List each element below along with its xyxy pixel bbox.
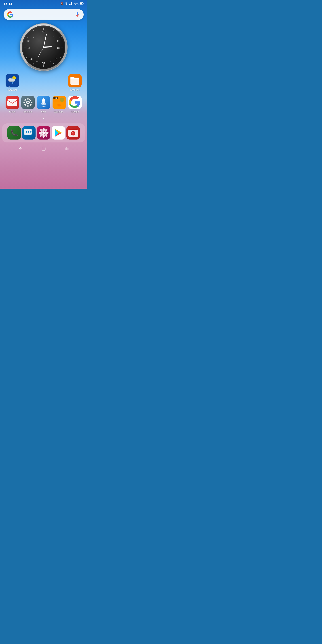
screen-record-dock-icon[interactable] bbox=[66, 126, 80, 140]
app-drawer-handle[interactable]: ∧ bbox=[0, 115, 87, 124]
app-rocket[interactable]: 59% 59% bbox=[36, 96, 52, 113]
battery-percent: 71% bbox=[74, 2, 78, 5]
weather-app-label: Weather bbox=[4, 88, 20, 91]
svg-line-16 bbox=[26, 57, 28, 58]
wifi-icon bbox=[64, 2, 68, 5]
svg-text:XII: XII bbox=[42, 30, 46, 33]
svg-text:XI: XI bbox=[27, 40, 30, 42]
analog-clock-widget[interactable]: XII III VI IX I V VII X II V VII XI bbox=[19, 22, 68, 72]
app-settings[interactable]: Settings bbox=[20, 96, 36, 113]
svg-text:V: V bbox=[50, 60, 51, 63]
weather-app-icon[interactable]: 25° bbox=[6, 74, 19, 88]
messages-dock-icon[interactable]: ··· bbox=[22, 126, 36, 140]
svg-rect-43 bbox=[14, 83, 14, 84]
svg-text:V: V bbox=[56, 58, 57, 60]
svg-rect-3 bbox=[71, 2, 72, 5]
status-icons: 🔇 71% bbox=[60, 2, 84, 5]
app-weather[interactable]: 25° Weather bbox=[4, 74, 20, 91]
app-myfiles[interactable]: My Files bbox=[67, 74, 83, 91]
dock-screen-record[interactable] bbox=[66, 126, 80, 141]
svg-text:4K: 4K bbox=[54, 97, 57, 99]
status-time: 15:14 bbox=[4, 2, 12, 6]
dock-phone[interactable]: 📞 bbox=[7, 126, 22, 141]
svg-rect-6 bbox=[83, 3, 84, 4]
rocket-app-icon[interactable]: 59% bbox=[37, 96, 50, 109]
phone-dock-icon[interactable]: 📞 bbox=[8, 126, 21, 140]
svg-point-80 bbox=[30, 131, 32, 132]
svg-point-98 bbox=[72, 132, 73, 133]
app-wallpaper[interactable]: 4K Wallpap... bbox=[52, 96, 67, 113]
google-app-icon[interactable] bbox=[68, 96, 82, 109]
svg-rect-40 bbox=[10, 82, 10, 84]
home-button[interactable] bbox=[41, 146, 46, 152]
wallpaper-app-label: Wallpap... bbox=[52, 110, 67, 113]
svg-rect-53 bbox=[28, 105, 28, 107]
spacer-1 bbox=[20, 74, 36, 91]
clock-face: XII III VI IX I V VII X II V VII XI bbox=[20, 24, 67, 71]
dock: 📞 ··· bbox=[2, 124, 85, 142]
svg-line-15 bbox=[33, 63, 34, 65]
bixby-dock-icon[interactable] bbox=[37, 126, 50, 140]
svg-rect-102 bbox=[68, 148, 69, 150]
svg-rect-52 bbox=[28, 98, 28, 100]
svg-rect-46 bbox=[70, 78, 80, 85]
clock-svg: XII III VI IX I V VII X II V VII XI bbox=[22, 26, 65, 69]
app-email[interactable]: Email bbox=[4, 96, 20, 113]
svg-point-38 bbox=[8, 78, 12, 82]
email-app-icon[interactable] bbox=[6, 96, 19, 109]
svg-point-84 bbox=[42, 128, 45, 132]
play-dock-icon[interactable] bbox=[52, 126, 65, 140]
svg-line-17 bbox=[26, 36, 28, 37]
wallpaper-app-icon[interactable]: 4K bbox=[52, 96, 66, 109]
drawer-chevron-icon[interactable]: ∧ bbox=[42, 117, 45, 121]
myfiles-app-icon[interactable] bbox=[68, 74, 82, 88]
svg-point-72 bbox=[60, 98, 64, 102]
google-search-bar[interactable] bbox=[4, 9, 84, 20]
dock-messages[interactable]: ··· bbox=[22, 126, 36, 141]
svg-rect-42 bbox=[12, 82, 13, 84]
recents-button[interactable] bbox=[64, 146, 69, 152]
myfiles-app-label: My Files bbox=[67, 88, 83, 91]
spacer-2 bbox=[36, 74, 52, 91]
svg-rect-1 bbox=[70, 4, 71, 5]
svg-line-11 bbox=[54, 29, 54, 31]
svg-rect-54 bbox=[24, 102, 25, 103]
svg-text:···: ··· bbox=[28, 135, 30, 137]
svg-line-31 bbox=[44, 47, 51, 47]
svg-text:II: II bbox=[57, 40, 58, 42]
svg-text:📞: 📞 bbox=[10, 129, 18, 137]
svg-point-79 bbox=[28, 131, 29, 132]
svg-text:X: X bbox=[33, 36, 34, 38]
svg-text:VII: VII bbox=[35, 60, 38, 63]
dock-bixby[interactable] bbox=[36, 126, 51, 141]
microphone-icon[interactable] bbox=[75, 12, 80, 17]
svg-text:IX: IX bbox=[28, 46, 30, 50]
app-row-2: Email Settings bbox=[0, 96, 87, 113]
svg-text:59%: 59% bbox=[42, 106, 46, 108]
svg-rect-55 bbox=[31, 102, 32, 103]
svg-rect-41 bbox=[11, 83, 12, 84]
svg-rect-2 bbox=[71, 3, 71, 5]
settings-app-icon[interactable] bbox=[21, 96, 35, 109]
svg-point-85 bbox=[42, 134, 45, 138]
svg-text:I: I bbox=[53, 36, 54, 38]
back-button[interactable] bbox=[18, 146, 23, 152]
svg-rect-57 bbox=[30, 104, 32, 106]
svg-text:VII: VII bbox=[30, 58, 32, 60]
svg-line-14 bbox=[54, 63, 54, 65]
rocket-app-label: 59% bbox=[36, 110, 52, 113]
svg-point-78 bbox=[26, 131, 27, 132]
svg-text:III: III bbox=[57, 46, 60, 50]
mute-icon: 🔇 bbox=[60, 2, 64, 5]
svg-point-39 bbox=[12, 79, 15, 82]
svg-text:VI: VI bbox=[42, 62, 45, 65]
app-google[interactable]: Google bbox=[67, 96, 83, 113]
email-app-label: Email bbox=[4, 110, 20, 113]
google-g-logo bbox=[7, 12, 14, 18]
spacer-3 bbox=[52, 74, 67, 91]
dock-play[interactable] bbox=[51, 126, 66, 141]
navigation-bar bbox=[0, 144, 87, 154]
svg-line-12 bbox=[60, 36, 62, 37]
svg-line-33 bbox=[38, 47, 44, 57]
svg-rect-58 bbox=[29, 99, 31, 101]
